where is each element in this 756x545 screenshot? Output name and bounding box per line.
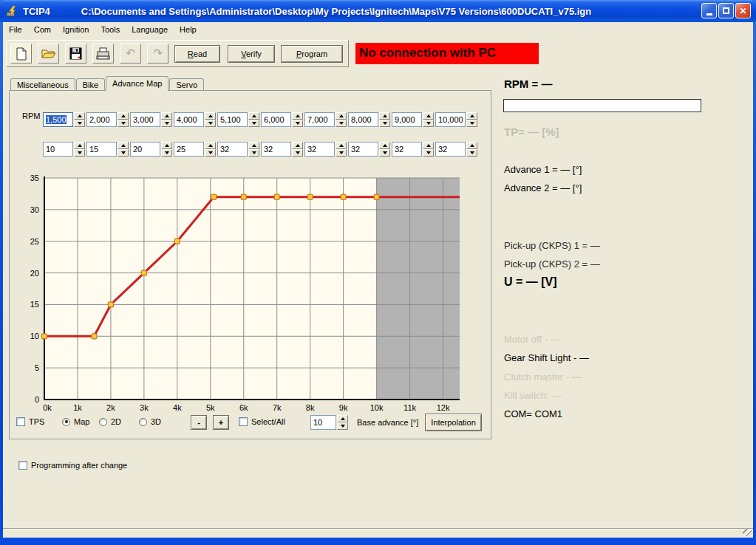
programming-after-change-checkbox[interactable]: Programming after change	[18, 461, 127, 470]
tab-servo[interactable]: Servo	[169, 78, 204, 91]
spin-input[interactable]: 2,000	[86, 112, 117, 127]
chart-data-point[interactable]	[341, 194, 346, 199]
spin-down-button[interactable]	[161, 120, 172, 127]
read-button[interactable]: Read	[174, 45, 220, 63]
advance-chart[interactable]: 051015202530350k1k2k3k4k5k6k7k8k9k10k11k…	[27, 174, 474, 414]
spin-up-button[interactable]	[74, 112, 85, 120]
spin-down-button[interactable]	[423, 120, 434, 127]
spin-input[interactable]: 8,000	[348, 112, 378, 127]
open-file-button[interactable]	[38, 44, 59, 64]
minimize-button[interactable]	[701, 3, 717, 18]
spin-input[interactable]: 3,000	[130, 112, 160, 127]
spin-up-button[interactable]	[161, 142, 172, 149]
spin-up-button[interactable]	[336, 142, 347, 149]
program-button[interactable]: Program	[281, 45, 343, 63]
base-advance-input[interactable]: 10	[310, 415, 336, 430]
spin-down-button[interactable]	[248, 149, 259, 157]
chart-data-point[interactable]	[92, 334, 97, 339]
print-button[interactable]	[92, 44, 114, 64]
spin-down-button[interactable]	[74, 149, 85, 157]
spin-input[interactable]: 4,000	[174, 112, 204, 127]
title-bar[interactable]: TCIP4 C:\Documents and Settings\Administ…	[0, 0, 756, 22]
zoom-out-button[interactable]: -	[191, 415, 207, 430]
chart-data-point[interactable]	[274, 194, 279, 199]
spin-down-button[interactable]	[336, 120, 347, 127]
close-button[interactable]: ✕	[735, 3, 751, 18]
spin-up-button[interactable]	[205, 112, 216, 120]
spin-up-button[interactable]	[379, 142, 390, 149]
spin-down-button[interactable]	[379, 120, 390, 127]
spin-input[interactable]: 15	[86, 142, 117, 157]
undo-button[interactable]: ↶	[120, 44, 141, 64]
zoom-in-button[interactable]: +	[213, 415, 229, 430]
spin-input[interactable]: 5,100	[217, 112, 248, 127]
spin-input[interactable]: 25	[174, 142, 204, 157]
spin-up-button[interactable]	[423, 112, 434, 120]
menu-file[interactable]: File	[3, 23, 28, 36]
tab-advance-map[interactable]: Advance Map	[106, 76, 168, 91]
save-button[interactable]	[65, 44, 86, 64]
spin-input[interactable]: 6,000	[261, 112, 291, 127]
spin-input[interactable]: 32	[261, 142, 291, 157]
spin-input[interactable]: 7,000	[304, 112, 335, 127]
chart-data-point[interactable]	[141, 270, 146, 275]
spin-down-button[interactable]	[336, 149, 347, 157]
chart-data-point[interactable]	[42, 334, 47, 339]
tps-checkbox[interactable]: TPS	[16, 417, 44, 426]
spin-up-button[interactable]	[337, 415, 348, 422]
spin-down-button[interactable]	[118, 149, 129, 157]
redo-button[interactable]: ↷	[147, 44, 168, 64]
2d-radio[interactable]: 2D	[99, 417, 121, 426]
spin-input[interactable]: 20	[130, 142, 160, 157]
chart-data-point[interactable]	[307, 194, 313, 199]
spin-down-button[interactable]	[74, 120, 85, 127]
maximize-button[interactable]	[718, 3, 734, 18]
spin-down-button[interactable]	[292, 120, 303, 127]
chart-data-point[interactable]	[241, 194, 246, 199]
spin-down-button[interactable]	[205, 149, 216, 157]
spin-up-button[interactable]	[161, 112, 172, 120]
verify-button[interactable]: Verify	[228, 45, 275, 63]
spin-down-button[interactable]	[423, 149, 434, 157]
spin-up-button[interactable]	[248, 142, 259, 149]
spin-up-button[interactable]	[379, 112, 390, 120]
select-all-checkbox[interactable]: Select/All	[239, 417, 285, 426]
spin-input[interactable]: 10	[43, 142, 73, 157]
spin-input[interactable]: 10,000	[435, 112, 466, 127]
new-file-button[interactable]	[10, 44, 32, 64]
spin-down-button[interactable]	[205, 120, 216, 127]
spin-up-button[interactable]	[292, 142, 303, 149]
map-radio[interactable]: Map	[62, 417, 89, 426]
chart-data-point[interactable]	[108, 302, 113, 307]
3d-radio[interactable]: 3D	[139, 417, 161, 426]
spin-input[interactable]: 1,500	[43, 112, 73, 127]
spin-input[interactable]: 32	[435, 142, 466, 157]
chart-data-point[interactable]	[374, 194, 379, 199]
spin-input[interactable]: 9,000	[392, 112, 422, 127]
spin-up-button[interactable]	[466, 142, 477, 149]
spin-input[interactable]: 32	[392, 142, 422, 157]
spin-down-button[interactable]	[379, 149, 390, 157]
tab-bike[interactable]: Bike	[76, 78, 105, 91]
menu-ignition[interactable]: Ignition	[57, 23, 95, 36]
spin-down-button[interactable]	[466, 149, 477, 157]
tab-miscellaneous[interactable]: Miscellaneous	[10, 78, 75, 91]
menu-help[interactable]: Help	[174, 23, 202, 36]
chart-data-point[interactable]	[174, 239, 180, 244]
spin-down-button[interactable]	[248, 120, 259, 127]
spin-down-button[interactable]	[337, 422, 348, 430]
menu-com[interactable]: Com	[28, 23, 57, 36]
spin-up-button[interactable]	[466, 112, 477, 120]
spin-down-button[interactable]	[292, 149, 303, 157]
spin-up-button[interactable]	[423, 142, 434, 149]
spin-up-button[interactable]	[118, 142, 129, 149]
resize-grip-icon[interactable]	[743, 528, 752, 536]
interpolation-button[interactable]: Interpolation	[425, 414, 482, 431]
spin-input[interactable]: 32	[217, 142, 248, 157]
spin-up-button[interactable]	[248, 112, 259, 120]
spin-up-button[interactable]	[292, 112, 303, 120]
spin-up-button[interactable]	[118, 112, 129, 120]
spin-input[interactable]: 32	[348, 142, 378, 157]
spin-up-button[interactable]	[336, 112, 347, 120]
menu-language[interactable]: Language	[126, 23, 174, 36]
